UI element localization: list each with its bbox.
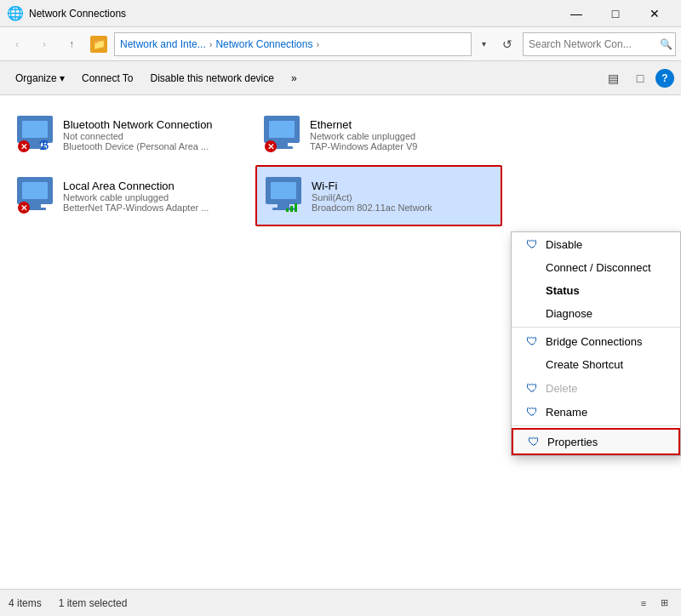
minimize-button[interactable]: — (557, 0, 596, 27)
shield-icon-2: 🛡 (525, 334, 539, 348)
svg-rect-24 (290, 206, 293, 212)
forward-button[interactable]: › (32, 32, 56, 56)
organize-button[interactable]: Organize ▾ (7, 65, 73, 92)
svg-rect-14 (22, 182, 48, 199)
refresh-button[interactable]: ↺ (495, 32, 519, 56)
svg-rect-23 (286, 208, 289, 212)
file-name: Ethernet (310, 118, 495, 131)
file-name: Local Area Connection (63, 180, 249, 192)
list-item[interactable]: ✕ ℬ Bluetooth Network Connection Not con… (9, 104, 255, 165)
back-button[interactable]: ‹ (5, 32, 29, 56)
list-view-button[interactable]: ≡ (635, 595, 652, 612)
svg-rect-20 (271, 182, 296, 199)
status-bar: 4 items 1 item selected ≡ ⊞ (0, 589, 681, 616)
file-detail-wifi-1: Sunil(Act) (312, 192, 494, 202)
title-bar: 🌐 Network Connections — □ ✕ (0, 0, 681, 27)
grid-view-button[interactable]: ⊞ (655, 595, 672, 612)
more-button[interactable]: » (283, 65, 306, 92)
network-icon: ✕ ℬ (15, 114, 54, 155)
svg-text:✕: ✕ (20, 142, 27, 151)
selected-count: 1 item selected (59, 597, 128, 609)
search-input[interactable] (529, 38, 656, 50)
file-detail-2: TAP-Windows Adapter V9 (310, 141, 495, 151)
ctx-connect-disconnect[interactable]: Connect / Disconnect (512, 256, 680, 279)
svg-rect-25 (295, 203, 297, 212)
file-detail-2: BetterNet TAP-Windows Adapter ... (63, 202, 249, 213)
view-toggle-button[interactable]: ▤ (601, 66, 625, 90)
network-icon: ✕ (262, 114, 301, 155)
svg-rect-1 (22, 121, 48, 138)
file-info: Ethernet Network cable unplugged TAP-Win… (310, 118, 495, 151)
maximize-button[interactable]: □ (596, 0, 635, 27)
ctx-create-shortcut[interactable]: Create Shortcut (512, 353, 680, 376)
close-button[interactable]: ✕ (635, 0, 674, 27)
list-item-wifi[interactable]: Wi-Fi Sunil(Act) Broadcom 802.11ac Netwo… (255, 165, 502, 226)
file-detail-1: Network cable unplugged (310, 131, 495, 141)
svg-text:ℬ: ℬ (39, 139, 49, 152)
search-icon: 🔍 (660, 38, 672, 50)
help-button[interactable]: ? (655, 69, 674, 88)
file-name: Bluetooth Network Connection (63, 118, 249, 131)
svg-rect-9 (276, 143, 288, 146)
shield-icon-4: 🛡 (525, 405, 539, 419)
file-info: Bluetooth Network Connection Not connect… (63, 118, 249, 151)
status-right: ≡ ⊞ (635, 595, 672, 612)
window-title: Network Connections (29, 8, 557, 20)
search-box[interactable]: 🔍 (523, 32, 676, 56)
item-count: 4 items (9, 597, 42, 609)
file-detail-wifi-2: Broadcom 802.11ac Network (312, 202, 494, 213)
toolbar-right: ▤ □ ? (601, 66, 674, 90)
path-part-2[interactable]: Network Connections (215, 38, 312, 50)
pane-button[interactable]: □ (628, 66, 652, 90)
list-item[interactable]: ✕ Ethernet Network cable unplugged TAP-W… (255, 104, 502, 165)
file-info: Local Area Connection Network cable unpl… (63, 180, 249, 213)
file-info-wifi: Wi-Fi Sunil(Act) Broadcom 802.11ac Netwo… (312, 180, 494, 213)
list-item[interactable]: ✕ Local Area Connection Network cable un… (9, 165, 255, 226)
disable-button[interactable]: Disable this network device (142, 65, 283, 92)
ctx-rename[interactable]: 🛡 Rename (512, 400, 680, 424)
folder-icon: 📁 (90, 36, 107, 53)
network-icon: ✕ (15, 175, 54, 216)
shield-icon: 🛡 (525, 237, 539, 251)
address-path[interactable]: Network and Inte... › Network Connection… (114, 32, 472, 56)
file-detail-1: Not connected (63, 131, 249, 141)
ctx-separator-1 (512, 327, 680, 328)
shield-icon-3: 🛡 (525, 381, 539, 395)
app-icon: 🌐 (7, 5, 24, 21)
ctx-status[interactable]: Status (512, 279, 680, 302)
toolbar: Organize ▾ Connect To Disable this netwo… (0, 61, 681, 95)
ctx-bridge-connections[interactable]: 🛡 Bridge Connections (512, 329, 680, 353)
address-bar: ‹ › ↑ 📁 Network and Inte... › Network Co… (0, 27, 681, 61)
ctx-disable[interactable]: 🛡 Disable (512, 232, 680, 256)
network-icon-wifi (264, 175, 303, 216)
svg-text:✕: ✕ (20, 203, 27, 213)
ctx-properties[interactable]: 🛡 Properties (512, 428, 680, 455)
svg-rect-15 (29, 204, 41, 208)
up-button[interactable]: ↑ (60, 32, 83, 56)
ctx-diagnose[interactable]: Diagnose (512, 302, 680, 325)
shield-icon-5: 🛡 (527, 435, 541, 448)
path-part-1[interactable]: Network and Inte... (120, 38, 206, 50)
context-menu: 🛡 Disable Connect / Disconnect Status Di… (511, 231, 681, 456)
svg-rect-8 (269, 121, 295, 138)
file-name-wifi: Wi-Fi (312, 180, 494, 192)
connect-to-button[interactable]: Connect To (73, 65, 142, 92)
content-area: ✕ ℬ Bluetooth Network Connection Not con… (0, 95, 681, 589)
svg-text:✕: ✕ (267, 142, 274, 151)
svg-rect-21 (278, 204, 289, 208)
ctx-separator-2 (512, 425, 680, 426)
path-dropdown-button[interactable]: ▾ (475, 32, 492, 56)
file-detail-1: Network cable unplugged (63, 192, 249, 202)
window-controls: — □ ✕ (557, 0, 674, 27)
ctx-delete: 🛡 Delete (512, 376, 680, 400)
file-detail-2: Bluetooth Device (Personal Area ... (63, 141, 249, 151)
